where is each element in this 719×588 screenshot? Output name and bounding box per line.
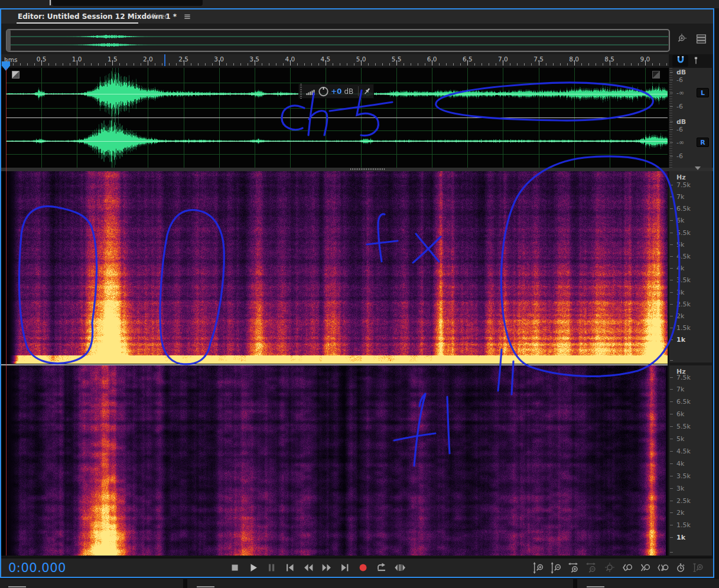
channel-corner-toggle-icon[interactable] [12, 71, 19, 79]
snap-toggle-button[interactable] [672, 55, 688, 67]
zoom-navigate-icon[interactable] [675, 31, 688, 47]
ruler-tick [631, 63, 632, 66]
zoom-in-left-edge-button[interactable] [620, 560, 634, 576]
zoom-out-amplitude-button[interactable] [549, 560, 563, 576]
audition-window: Editor: Untitled Session 12 Mixdown 1 * … [0, 0, 719, 588]
zoom-in-right-edge-button[interactable] [638, 560, 652, 576]
ruler-tick [411, 63, 411, 66]
timeline-ruler[interactable]: hms 0.51.01.52.02.53.03.54.04.55.05.56.0… [1, 54, 669, 67]
stop-button[interactable] [228, 560, 242, 576]
freq-scale-label: 4k [676, 459, 684, 467]
ruler-tick [553, 63, 554, 66]
scale-tick [670, 256, 673, 257]
scale-tick [670, 360, 673, 361]
scale-tick [670, 488, 673, 489]
scale-tick [670, 316, 673, 316]
scale-tick [670, 304, 673, 305]
toolbar-cutoff [52, 0, 203, 6]
move-previous-button[interactable] [283, 560, 297, 576]
record-button[interactable] [356, 560, 370, 576]
freq-scale-label: 2k [676, 312, 684, 319]
ruler-tick [134, 63, 134, 66]
spectrogram-top[interactable] [6, 171, 668, 364]
scale-tick [670, 292, 673, 293]
freq-scale-label: 3.5k [676, 276, 691, 284]
zoom-reset-button[interactable] [603, 560, 616, 576]
spectrogram-bottom[interactable] [6, 365, 668, 556]
ruler-tick-label: 1.5 [108, 55, 118, 63]
panel-corner-icon[interactable] [652, 71, 660, 79]
scale-tick [670, 463, 673, 464]
fast-forward-button[interactable] [320, 560, 333, 576]
hud-pin-icon[interactable] [362, 86, 372, 97]
ruler-tick [517, 63, 518, 66]
ruler-tick [276, 63, 276, 66]
freq-scale-label: 2k [676, 509, 684, 517]
zoom-in-amplitude-button[interactable] [532, 560, 545, 576]
freq-scale-label: 1k [676, 534, 685, 541]
freq-scale-label: 3k [676, 484, 684, 492]
skip-selection-button[interactable] [393, 560, 406, 576]
tab-mixer[interactable]: Mixer [146, 9, 168, 24]
ruler-tick [496, 63, 496, 66]
scale-tick [670, 197, 673, 197]
ruler-tick-label: 8.0 [569, 55, 579, 63]
db-scale-label: -∞ [676, 89, 684, 96]
channel-button-l[interactable]: L [697, 88, 709, 97]
ruler-tick-label: 3.0 [214, 55, 224, 63]
channel-button-r[interactable]: R [697, 138, 709, 147]
zoom-out-time-button[interactable] [585, 560, 598, 576]
time-display[interactable]: 0:00.000 [8, 561, 66, 575]
ruler-tick [439, 63, 440, 66]
freq-scale-label: 2.5k [676, 496, 691, 504]
panel-menu-icon[interactable] [183, 12, 192, 21]
db-scale-label: -6 [676, 152, 683, 159]
zoom-full-button[interactable] [691, 560, 705, 576]
move-next-button[interactable] [338, 560, 352, 576]
scale-tick [670, 389, 673, 390]
playhead-line [6, 68, 6, 556]
hud-drag-handle[interactable] [299, 84, 303, 99]
ruler-tick-label: 9.0 [640, 55, 650, 63]
ruler-tick [560, 63, 561, 66]
ruler-tick [70, 63, 70, 66]
rewind-button[interactable] [301, 560, 315, 576]
panel-list-icon[interactable] [694, 31, 708, 47]
freq-scale-label: 6.5k [676, 398, 691, 406]
scale-tick [670, 106, 673, 107]
navigator-range-selector[interactable] [6, 29, 670, 52]
gain-knob-icon[interactable] [318, 86, 329, 97]
ruler-tick [659, 63, 660, 66]
ruler-tick [446, 63, 447, 66]
freq-scale-label: 4.5k [676, 447, 691, 455]
freq-scale-label: 4.5k [676, 252, 691, 260]
refresh-timer-button[interactable] [674, 560, 687, 576]
divider-grip[interactable] [350, 168, 385, 170]
ruler-tick [84, 63, 84, 66]
scale-tick [670, 72, 673, 73]
marker-pin-icon[interactable] [690, 55, 702, 67]
zoom-selection-button[interactable] [656, 560, 669, 576]
ruler-tick [333, 63, 333, 66]
ruler-tick [198, 63, 199, 66]
freq-scale-label: 6.5k [676, 205, 691, 213]
active-tab-underline [17, 22, 138, 24]
zoom-in-time-button[interactable] [567, 560, 581, 576]
ruler-tick [212, 63, 213, 66]
ruler-tick [638, 63, 639, 66]
ruler-tick-label: 5.5 [392, 55, 402, 63]
play-button[interactable] [246, 560, 260, 576]
navigator-left-handle[interactable] [6, 30, 11, 51]
ruler-tick [453, 63, 454, 66]
loop-playback-button[interactable] [375, 560, 388, 576]
waveform-display[interactable] [6, 68, 668, 168]
pause-button[interactable] [265, 560, 278, 576]
scale-tick [670, 220, 673, 221]
ruler-tick [382, 63, 383, 66]
hud-gain-value[interactable]: +0 [331, 87, 341, 96]
panel-collapse-icon[interactable] [695, 166, 701, 170]
spectral-separator [1, 364, 668, 365]
ruler-tick [91, 63, 92, 66]
scale-tick [670, 339, 673, 340]
freq-scale-label: 5.5k [676, 423, 691, 430]
